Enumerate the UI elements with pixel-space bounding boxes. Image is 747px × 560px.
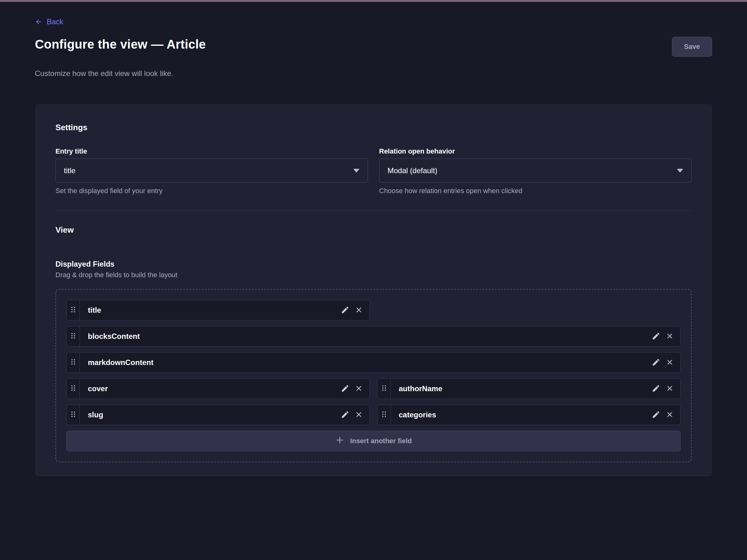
cross-icon <box>666 332 674 341</box>
pencil-icon <box>652 332 661 341</box>
page-subtitle: Customize how the edit view will look li… <box>35 69 712 78</box>
field-name: slug <box>80 410 338 419</box>
field-card-categories[interactable]: categories <box>377 405 681 425</box>
drag-handle[interactable] <box>378 379 391 399</box>
edit-field-button[interactable] <box>649 356 663 369</box>
remove-field-button[interactable] <box>663 356 677 369</box>
back-label: Back <box>47 18 63 26</box>
drag-dots-icon <box>70 384 76 393</box>
edit-field-button[interactable] <box>338 408 352 422</box>
entry-title-select[interactable]: title <box>55 159 368 183</box>
settings-card: Settings Entry title title Set the displ… <box>35 104 712 477</box>
relation-behavior-label: Relation open behavior <box>379 147 692 155</box>
relation-behavior-field: Relation open behavior Modal (default) C… <box>379 147 692 195</box>
field-card-title[interactable]: title <box>66 300 370 320</box>
entry-title-field: Entry title title Set the displayed fiel… <box>55 147 368 195</box>
drag-dots-icon <box>70 305 76 315</box>
insert-field-label: Insert another field <box>350 437 412 445</box>
cross-icon <box>666 384 674 393</box>
pencil-icon <box>341 410 350 420</box>
header-row: Configure the view — Article Save <box>35 37 712 57</box>
drag-dots-icon <box>70 332 76 341</box>
plus-icon <box>335 435 344 447</box>
drag-handle[interactable] <box>67 352 80 373</box>
cross-icon <box>355 306 363 315</box>
entry-title-label: Entry title <box>55 147 368 155</box>
caret-down-icon <box>677 169 683 172</box>
back-link[interactable]: Back <box>35 18 63 26</box>
cross-icon <box>666 358 674 367</box>
drag-dots-icon <box>381 384 387 393</box>
cross-icon <box>355 410 363 420</box>
caret-down-icon <box>353 169 359 172</box>
fields-drop-zone: title <box>55 289 692 462</box>
field-name: authorName <box>391 384 649 393</box>
displayed-fields-title: Displayed Fields <box>55 260 692 268</box>
remove-field-button[interactable] <box>663 408 677 422</box>
edit-field-button[interactable] <box>338 382 352 396</box>
field-row: markdownContent <box>66 352 681 373</box>
drag-handle[interactable] <box>378 405 391 425</box>
edit-field-button[interactable] <box>338 303 352 317</box>
section-divider <box>55 211 692 211</box>
edit-field-button[interactable] <box>649 382 663 396</box>
drag-dots-icon <box>70 358 76 367</box>
drag-handle[interactable] <box>67 405 80 425</box>
relation-behavior-value: Modal (default) <box>388 166 437 175</box>
field-row: title <box>66 300 681 320</box>
drag-dots-icon <box>70 410 76 420</box>
field-row: blocksContent <box>66 326 681 347</box>
relation-behavior-hint: Choose how relation entries open when cl… <box>379 187 692 195</box>
remove-field-button[interactable] <box>663 329 677 343</box>
drag-handle[interactable] <box>67 379 80 399</box>
settings-form: Entry title title Set the displayed fiel… <box>55 147 692 195</box>
edit-field-button[interactable] <box>649 408 663 422</box>
drag-handle[interactable] <box>67 300 80 320</box>
field-name: blocksContent <box>80 332 649 341</box>
entry-title-hint: Set the displayed field of your entry <box>55 187 368 195</box>
remove-field-button[interactable] <box>352 303 366 317</box>
pencil-icon <box>341 305 350 315</box>
field-name: categories <box>391 410 649 419</box>
remove-field-button[interactable] <box>352 382 366 396</box>
field-name: title <box>80 306 338 315</box>
pencil-icon <box>341 384 350 394</box>
arrow-left-icon <box>35 18 42 26</box>
field-name: markdownContent <box>80 358 649 367</box>
settings-heading: Settings <box>55 123 692 132</box>
configure-view-page: Back Configure the view — Article Save C… <box>0 2 747 560</box>
relation-behavior-select[interactable]: Modal (default) <box>379 159 692 183</box>
cross-icon <box>666 410 674 420</box>
displayed-fields-hint: Drag & drop the fields to build the layo… <box>55 271 692 279</box>
field-card-blocksContent[interactable]: blocksContent <box>66 326 681 347</box>
remove-field-button[interactable] <box>352 408 366 422</box>
field-name: cover <box>80 384 338 393</box>
field-card-markdownContent[interactable]: markdownContent <box>66 352 681 373</box>
save-button[interactable]: Save <box>672 37 712 57</box>
page-title: Configure the view — Article <box>35 37 206 52</box>
view-heading: View <box>55 225 692 235</box>
field-card-slug[interactable]: slug <box>66 405 370 425</box>
pencil-icon <box>652 358 661 368</box>
field-card-authorName[interactable]: authorName <box>377 378 681 399</box>
pencil-icon <box>652 384 661 394</box>
field-card-cover[interactable]: cover <box>66 378 370 399</box>
cross-icon <box>355 384 363 393</box>
pencil-icon <box>652 410 661 420</box>
drag-dots-icon <box>381 410 387 420</box>
field-row: cover <box>66 378 681 399</box>
field-row: slug <box>66 405 681 425</box>
remove-field-button[interactable] <box>663 382 677 396</box>
entry-title-value: title <box>64 166 75 175</box>
edit-field-button[interactable] <box>649 329 663 343</box>
insert-field-button[interactable]: Insert another field <box>66 431 681 451</box>
drag-handle[interactable] <box>67 326 80 346</box>
